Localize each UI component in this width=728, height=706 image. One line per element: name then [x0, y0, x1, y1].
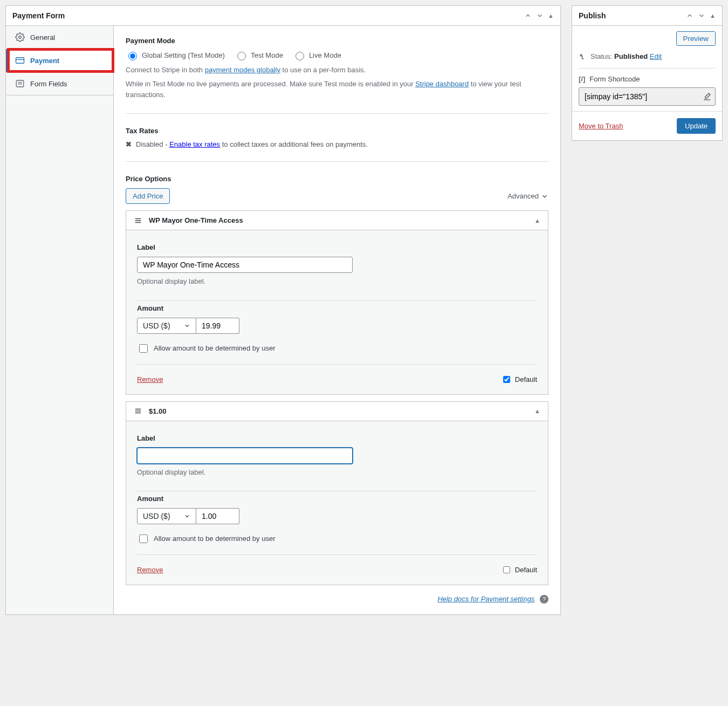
drag-handle-icon[interactable] — [134, 407, 142, 415]
radio-test[interactable]: Test Mode — [235, 50, 283, 60]
svg-rect-3 — [16, 80, 24, 87]
tab-label: Payment — [30, 57, 59, 65]
price-label-input[interactable] — [137, 257, 353, 273]
collapse-panel-icon[interactable]: ▲ — [708, 11, 718, 20]
amount-heading: Amount — [137, 495, 537, 503]
price-label-input[interactable] — [137, 448, 353, 464]
link-payment-modes-globally[interactable]: payment modes globally — [205, 66, 280, 74]
move-up-icon[interactable] — [684, 11, 696, 20]
collapse-price-icon[interactable]: ▲ — [534, 217, 540, 224]
default-label: Default — [515, 375, 537, 383]
credit-card-icon — [15, 56, 25, 65]
label-heading: Label — [137, 243, 537, 251]
tab-label: General — [30, 33, 55, 42]
payment-mode-desc2: While in Test Mode no live payments are … — [126, 79, 548, 100]
default-price-checkbox[interactable]: Default — [501, 374, 537, 385]
edit-status-link[interactable]: Edit — [650, 52, 662, 60]
tax-heading: Tax Rates — [126, 127, 548, 135]
currency-select[interactable]: USD ($) — [137, 318, 196, 334]
preview-button[interactable]: Preview — [676, 31, 716, 46]
svg-rect-14 — [582, 58, 584, 59]
collapse-price-icon[interactable]: ▲ — [534, 408, 540, 414]
price-options-heading: Price Options — [126, 175, 548, 183]
shortcode-input[interactable] — [579, 87, 716, 106]
radio-label: Live Mode — [309, 51, 341, 59]
currency-select[interactable]: USD ($) — [137, 508, 196, 524]
link-enable-tax-rates[interactable]: Enable tax rates — [169, 140, 220, 148]
collapse-panel-icon[interactable]: ▲ — [546, 11, 556, 20]
currency-value: USD ($) — [143, 321, 170, 330]
payment-mode-heading: Payment Mode — [126, 37, 548, 45]
advanced-label: Advanced — [507, 192, 539, 200]
key-icon — [579, 53, 586, 60]
svg-point-0 — [19, 36, 22, 39]
allow-user-amount-checkbox[interactable]: Allow amount to be determined by user — [137, 342, 537, 354]
shortcode-label: Form Shortcode — [589, 75, 640, 83]
tab-payment[interactable]: Payment — [6, 49, 114, 72]
label-hint: Optional display label. — [137, 276, 537, 287]
status-label: Status: — [590, 52, 614, 60]
add-price-button[interactable]: Add Price — [126, 188, 170, 204]
allow-user-amount-label: Allow amount to be determined by user — [154, 534, 275, 543]
currency-value: USD ($) — [143, 512, 170, 520]
move-up-icon[interactable] — [522, 11, 534, 20]
tab-general[interactable]: General — [6, 26, 113, 49]
move-down-icon[interactable] — [534, 11, 546, 20]
copy-shortcode-icon[interactable] — [703, 92, 711, 101]
price-item: $1.00 ▲ Label Optional display label. Am… — [126, 401, 548, 585]
label-heading: Label — [137, 434, 537, 442]
update-button[interactable]: Update — [677, 118, 716, 134]
svg-rect-1 — [16, 58, 24, 64]
tax-status: ✖ Disabled - Enable tax rates to collect… — [126, 140, 548, 148]
default-label: Default — [515, 566, 537, 574]
gear-icon — [15, 32, 25, 42]
price-item: WP Mayor One-Time Access ▲ Label Optiona… — [126, 210, 548, 394]
amount-input[interactable] — [196, 508, 239, 524]
remove-price-link[interactable]: Remove — [137, 375, 163, 383]
publish-title: Publish — [572, 6, 613, 25]
radio-global[interactable]: Global Setting (Test Mode) — [126, 50, 225, 60]
amount-input[interactable] — [196, 318, 239, 334]
tab-form-fields[interactable]: Form Fields — [6, 72, 113, 95]
price-item-title: WP Mayor One-Time Access — [149, 216, 243, 224]
move-down-icon[interactable] — [696, 11, 708, 20]
radio-live[interactable]: Live Mode — [293, 50, 341, 60]
payment-mode-desc1: Connect to Stripe in both payment modes … — [126, 65, 548, 76]
move-to-trash-link[interactable]: Move to Trash — [579, 122, 623, 130]
help-icon[interactable]: ? — [540, 595, 548, 604]
shortcode-icon: [/] — [579, 75, 585, 83]
tab-label: Form Fields — [30, 80, 67, 88]
label-hint: Optional display label. — [137, 467, 537, 478]
remove-price-link[interactable]: Remove — [137, 566, 163, 574]
help-docs-link[interactable]: Help docs for Payment settings — [437, 595, 534, 603]
link-stripe-dashboard[interactable]: Stripe dashboard — [415, 80, 469, 88]
x-icon: ✖ — [126, 140, 132, 148]
default-price-checkbox[interactable]: Default — [501, 565, 537, 575]
amount-heading: Amount — [137, 304, 537, 312]
allow-user-amount-label: Allow amount to be determined by user — [154, 344, 275, 352]
form-fields-icon — [15, 79, 25, 88]
radio-label: Global Setting (Test Mode) — [142, 51, 225, 59]
advanced-toggle[interactable]: Advanced — [507, 192, 548, 200]
price-item-title: $1.00 — [149, 407, 167, 415]
allow-user-amount-checkbox[interactable]: Allow amount to be determined by user — [137, 533, 537, 545]
drag-handle-icon[interactable] — [134, 217, 142, 224]
panel-title: Payment Form — [6, 6, 71, 25]
status-value: Published — [614, 52, 648, 60]
radio-label: Test Mode — [251, 51, 283, 59]
